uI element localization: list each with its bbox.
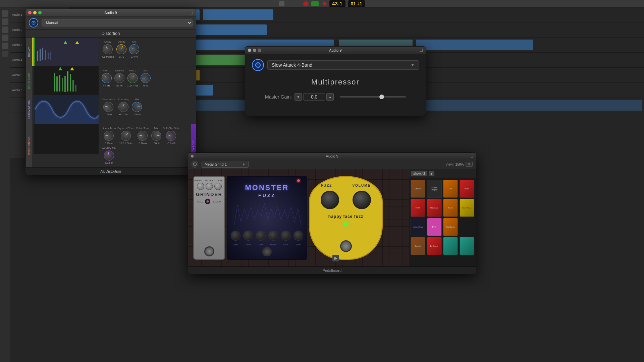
distortion-minimize-button[interactable] [33,11,37,14]
hf-footswitch[interactable] [340,240,352,252]
grinder-knob-2[interactable] [206,183,213,190]
monster-fuzz-pedal[interactable]: MONSTER FUZZ Roar Growl Tone [227,176,307,260]
multipressor-power-button[interactable] [252,59,264,71]
hf-volume-knob[interactable] [353,191,371,209]
decay-knob[interactable] [115,43,128,56]
balance-knob[interactable] [114,73,124,83]
sidebar-icon-5[interactable] [2,43,8,49]
multipressor-close-button[interactable] [248,49,251,52]
freq2-knob[interactable] [126,71,140,85]
multipressor-resize-handle[interactable] [420,49,423,52]
wetdry-knob-group: Wet/Dry Mix 44.6 % [102,146,116,165]
distortion-power-button[interactable] [29,18,38,27]
linear-knob[interactable] [103,130,115,142]
happy-face-fuzz-pedal[interactable]: FUZZ VOLUME happy face fuzz [309,176,383,260]
mf-knob-level[interactable] [293,231,303,241]
distortion-maximize-button[interactable] [38,11,42,14]
multipressor-minimize-button[interactable] [253,49,256,52]
decimation-mix-knob[interactable] [131,101,143,113]
pedal-thumb-monster-fuzz[interactable]: Monster Fuzz [411,218,425,236]
pedalboard-close-button[interactable] [191,155,194,158]
pedal-thumb-octafuzz[interactable]: Octafuzz [427,199,442,217]
svg-marker-8 [63,41,67,44]
hf-fuzz-knob[interactable] [321,191,339,209]
mf-knob-roar[interactable] [231,231,240,241]
overdrive-mix-knob[interactable] [150,130,162,142]
pedalboard-window-title: Audio 9 [326,154,338,158]
stop-button[interactable] [295,1,301,6]
mf-knob-growl[interactable] [243,231,253,241]
gain-decrease-button[interactable]: ▼ [294,93,302,101]
pedalboard-power-button[interactable] [192,161,198,168]
sidebar-icon-4[interactable] [2,35,8,41]
sidebar-icon-2[interactable] [2,18,8,25]
pedalboard-footer: Pedalboard [188,266,476,274]
pedal-thumb-teal2[interactable] [460,237,474,255]
delay-mix-knob[interactable] [127,43,141,56]
pedal-thumb-blue1[interactable] [443,237,458,255]
distortion-plugin-title: Distortion [25,29,196,38]
monster-fuzz-spikes-svg [231,198,305,232]
record-button[interactable] [303,1,309,6]
cubic-knob[interactable] [137,130,149,142]
distortion-close-button[interactable] [28,11,32,14]
play-button[interactable] [287,1,292,6]
distortion-resize-handle[interactable] [190,11,193,14]
pedal-thumbnails-grid: Grinder Double Dragon Grit H-dist RAW Oc… [409,178,476,256]
gain-slider-thumb[interactable] [379,95,384,99]
rewind-button[interactable] [279,1,284,6]
monster-fuzz-footswitch[interactable] [262,247,272,256]
squared-knob-group: Squared Term 18.11 Gain [117,127,134,145]
pedalboard-resize-handle[interactable] [471,155,473,158]
pedal-thumb-grit[interactable]: Grit [443,180,458,198]
delay-viz [34,38,99,66]
distortion-ringmod-section: RING MOD [25,66,196,95]
pedal-thumb-tubeburner[interactable]: TubeBurner [443,218,458,236]
grinder-switch[interactable] [205,199,210,204]
pedal-thumb-dr-octave[interactable]: Dr. Octave [427,237,442,255]
sidebar-icon-6[interactable] [2,51,8,57]
pedal-thumb-pink[interactable]: Pink [427,218,442,236]
pedal-thumb-hdistortion[interactable]: H-dist [460,180,474,198]
distortion-preset-dropdown[interactable]: Manual [42,19,193,26]
grinder-knob-3[interactable] [214,183,222,190]
pedal-thumb-double-dragon[interactable]: Double Dragon [427,180,442,198]
pedalboard-preset-dropdown[interactable]: Metal Grind 1 ▼ [202,161,249,168]
grinder-knob-1[interactable] [197,183,204,190]
balance-knob-group: Balance 50 % [114,69,124,87]
svg-rect-16 [64,76,66,92]
pedal-thumb-raw[interactable]: RAW [411,199,425,217]
softclip-knob[interactable] [165,130,177,142]
pedalboard-zoom-control[interactable]: ▼ [466,162,473,167]
multipressor-maximize-button[interactable] [258,49,261,52]
sidebar-filter-arrow[interactable]: ▼ [429,171,434,176]
gain-slider[interactable] [340,96,406,98]
pedal-thumb-grinder[interactable]: Grinder [411,180,425,198]
pedalboard-next-arrow[interactable]: ▶ [332,255,339,261]
delay-knob[interactable] [101,43,115,56]
squared-knob[interactable] [119,129,133,143]
pedal-thumb-grinder-small[interactable]: Grinder [411,237,425,255]
wetdry-knob[interactable] [103,150,115,162]
svg-marker-11 [70,67,74,70]
svg-rect-3 [40,49,41,61]
show-all-button[interactable]: Show All [411,171,427,176]
svg-marker-10 [58,67,62,70]
decimation-knob[interactable] [103,101,114,113]
mf-knob-tone[interactable] [256,231,266,241]
transport-bar: 43.1 01 ♩1 [0,0,644,7]
rounding-knob[interactable] [118,101,129,113]
grinder-footswitch[interactable] [204,246,214,256]
mf-knob-grain[interactable] [281,231,290,241]
gain-increase-button[interactable]: ▲ [326,93,334,101]
mf-knob-texture[interactable] [268,231,278,241]
sidebar-icon-1[interactable] [2,10,8,17]
sidebar-icon-3[interactable] [2,26,8,33]
pedal-thumb-face-fuzz[interactable]: Face Fuzz [460,199,474,217]
distortion-window-controls [28,11,42,14]
multipressor-preset-dropdown[interactable]: Slow Attack 4-Band ▼ [267,60,419,70]
freq1-knob[interactable] [100,71,114,85]
pedal-thumb-fuzz[interactable]: Fuzz [443,199,458,217]
ringmod-mix-knob[interactable] [141,73,151,83]
grinder-pedal[interactable]: GRIND FILTER LEVEL GRINDER FULL SCOOP [193,176,225,260]
